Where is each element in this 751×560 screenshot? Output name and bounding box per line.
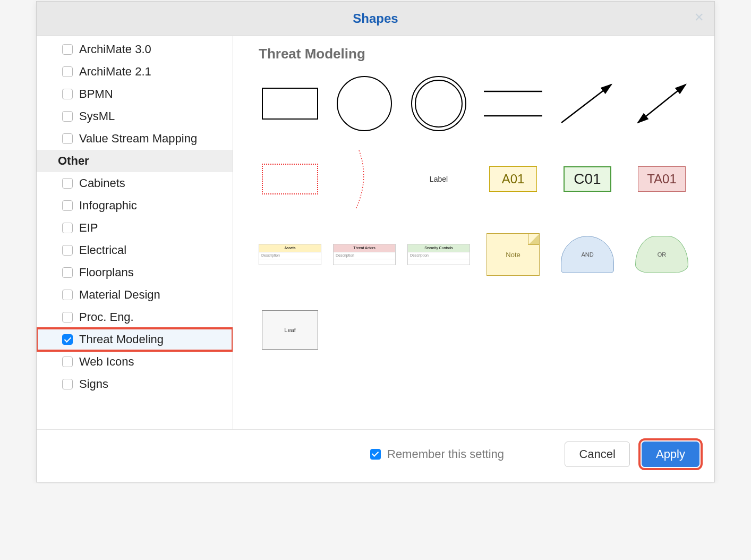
- sidebar-item-label: Proc. Eng.: [79, 310, 134, 324]
- sidebar-item-label: Signs: [79, 377, 108, 391]
- sidebar-item-label: Web Icons: [79, 355, 134, 369]
- checkbox-icon[interactable]: [62, 334, 73, 345]
- sidebar-item-cabinets[interactable]: Cabinets: [37, 172, 233, 194]
- svg-line-2: [561, 84, 611, 123]
- sidebar-item-label: Threat Modeling: [79, 333, 164, 346]
- shape-process[interactable]: [259, 72, 321, 135]
- tag-label: C01: [564, 166, 611, 192]
- sidebar-item-vsm[interactable]: Value Stream Mapping: [37, 128, 233, 150]
- shape-asset-tag[interactable]: A01: [482, 147, 544, 211]
- close-icon[interactable]: ×: [694, 9, 704, 25]
- shape-data-flow[interactable]: [556, 72, 619, 135]
- tag-label: TA01: [638, 166, 686, 192]
- dialog-title: Shapes: [353, 11, 398, 26]
- checkbox-icon[interactable]: [62, 245, 73, 256]
- checkbox-icon[interactable]: [62, 133, 73, 144]
- sidebar-item-materialdesign[interactable]: Material Design: [37, 284, 233, 306]
- sidebar-item-eip[interactable]: EIP: [37, 217, 233, 239]
- gate-label: AND: [561, 236, 614, 273]
- sidebar-item-label: ArchiMate 3.0: [79, 43, 151, 56]
- dialog-header: Shapes ×: [37, 2, 714, 36]
- sidebar-item-label: Electrical: [79, 243, 126, 257]
- sidebar-item-label: SysML: [79, 109, 115, 123]
- sidebar-item-label: Floorplans: [79, 266, 134, 279]
- sidebar-section-other: Other: [37, 150, 233, 172]
- checkbox-icon[interactable]: [62, 312, 73, 323]
- checkbox-icon[interactable]: [62, 178, 73, 189]
- apply-button[interactable]: Apply: [642, 442, 699, 467]
- preview-title: Threat Modeling: [259, 46, 698, 62]
- sidebar-item-sysml[interactable]: SysML: [37, 105, 233, 128]
- sidebar-item-proceng[interactable]: Proc. Eng.: [37, 306, 233, 328]
- shape-label[interactable]: Label: [407, 147, 470, 211]
- shape-assets-table[interactable]: AssetsDescription: [259, 223, 321, 286]
- leaf-label: Leaf: [262, 310, 318, 350]
- shape-bidirectional-flow[interactable]: [630, 72, 693, 135]
- checkbox-icon[interactable]: [62, 223, 73, 233]
- sidebar-item-threatmodeling[interactable]: Threat Modeling: [37, 328, 233, 351]
- sidebar-item-archimate30[interactable]: ArchiMate 3.0: [37, 38, 233, 61]
- sidebar-item-bpmn[interactable]: BPMN: [37, 83, 233, 105]
- shape-and-gate[interactable]: AND: [556, 223, 619, 286]
- sidebar-item-label: Material Design: [79, 288, 160, 302]
- sidebar-item-label: EIP: [79, 221, 98, 235]
- svg-line-3: [638, 84, 686, 123]
- note-label: Note: [487, 233, 540, 276]
- shape-threatactor-tag[interactable]: TA01: [630, 147, 693, 211]
- dialog-footer: Remember this setting Cancel Apply: [37, 429, 714, 482]
- checkbox-icon[interactable]: [62, 89, 73, 99]
- sidebar-item-label: ArchiMate 2.1: [79, 65, 151, 79]
- shape-label-text: Label: [430, 175, 448, 183]
- sidebar-item-infographic[interactable]: Infographic: [37, 194, 233, 217]
- sidebar-item-label: Value Stream Mapping: [79, 132, 197, 146]
- shape-threatactors-table[interactable]: Threat ActorsDescription: [333, 223, 396, 286]
- sidebar-item-floorplans[interactable]: Floorplans: [37, 261, 233, 284]
- gate-label: OR: [635, 236, 688, 273]
- shape-multiprocess[interactable]: [407, 72, 470, 135]
- shape-trust-boundary-curve[interactable]: [333, 147, 396, 211]
- sidebar-item-electrical[interactable]: Electrical: [37, 239, 233, 261]
- checkbox-icon[interactable]: [62, 44, 73, 55]
- sidebar-item-label: Infographic: [79, 199, 137, 213]
- sidebar-item-archimate21[interactable]: ArchiMate 2.1: [37, 61, 233, 83]
- shape-library-sidebar[interactable]: ArchiMate 3.0 ArchiMate 2.1 BPMN SysML V…: [37, 36, 233, 429]
- remember-setting-checkbox[interactable]: Remember this setting: [370, 447, 504, 461]
- shape-process-circle[interactable]: [333, 72, 396, 135]
- shapes-dialog: Shapes × ArchiMate 3.0 ArchiMate 2.1 BPM…: [36, 1, 715, 482]
- checkbox-icon[interactable]: [62, 357, 73, 367]
- sidebar-item-label: BPMN: [79, 87, 113, 101]
- checkbox-icon[interactable]: [62, 267, 73, 278]
- checkbox-icon[interactable]: [370, 449, 381, 460]
- shape-or-gate[interactable]: OR: [630, 223, 693, 286]
- sidebar-item-signs[interactable]: Signs: [37, 373, 233, 395]
- checkbox-icon[interactable]: [62, 379, 73, 389]
- checkbox-icon[interactable]: [62, 290, 73, 300]
- shape-controls-table[interactable]: Security ControlsDescription: [407, 223, 470, 286]
- shape-control-tag[interactable]: C01: [556, 147, 619, 211]
- checkbox-icon[interactable]: [62, 111, 73, 122]
- tag-label: A01: [489, 166, 537, 192]
- shape-leaf[interactable]: Leaf: [259, 298, 321, 362]
- shape-grid: Label A01 C01 TA01 AssetsDescription Thr…: [259, 72, 698, 362]
- sidebar-item-webicons[interactable]: Web Icons: [37, 351, 233, 373]
- checkbox-icon[interactable]: [62, 200, 73, 211]
- sidebar-item-label: Cabinets: [79, 176, 125, 190]
- shape-data-store[interactable]: [482, 72, 544, 135]
- cancel-button[interactable]: Cancel: [565, 442, 629, 467]
- checkbox-icon[interactable]: [62, 66, 73, 77]
- dialog-body: ArchiMate 3.0 ArchiMate 2.1 BPMN SysML V…: [37, 36, 714, 429]
- shape-preview-panel: Threat Modeling: [233, 36, 714, 429]
- remember-label: Remember this setting: [387, 447, 504, 461]
- shape-note[interactable]: Note: [482, 223, 544, 286]
- shape-trust-boundary-rect[interactable]: [259, 147, 321, 211]
